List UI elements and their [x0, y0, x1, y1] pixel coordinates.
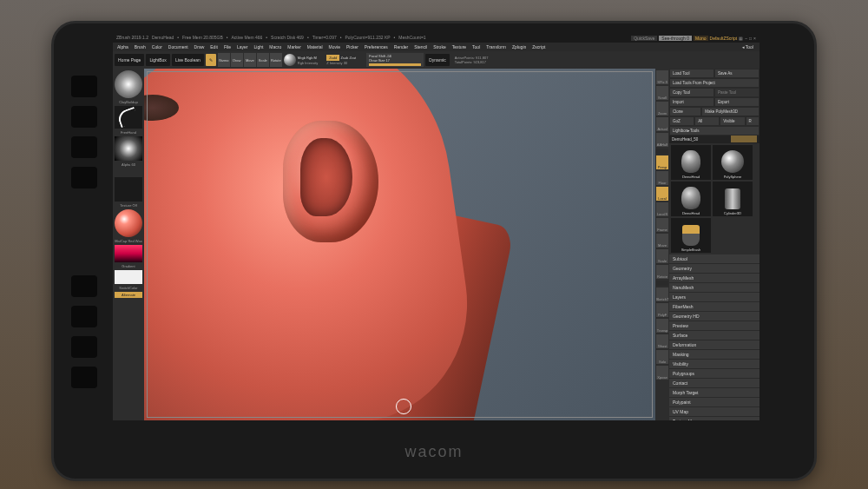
local-button[interactable]: Local [656, 187, 668, 201]
tablet-hw-button[interactable] [71, 336, 97, 358]
stroke-selector[interactable] [115, 106, 142, 129]
tool-thumb-simplebrush[interactable]: SimpleBrush [671, 218, 711, 253]
tablet-hw-button[interactable] [71, 76, 97, 97]
live-boolean-button[interactable]: Live Boolean [172, 54, 204, 66]
subpalette-uvmap[interactable]: UV Map [669, 407, 760, 417]
menu-brush[interactable]: Brush [133, 44, 148, 50]
scale-nav-button[interactable]: Scale [656, 249, 668, 263]
zcut-button[interactable]: Zcut [349, 56, 356, 60]
paste-tool-button[interactable]: Paste Tool [714, 88, 760, 97]
gizmo-icon[interactable]: Gizmo [218, 53, 230, 67]
menu-stroke[interactable]: Stroke [431, 44, 447, 50]
mrgb-sphere-icon[interactable] [284, 54, 296, 66]
alpha-selector[interactable] [115, 136, 142, 161]
subpalette-preview[interactable]: Preview [669, 321, 760, 331]
subpalette-subtool[interactable]: Subtool [669, 254, 760, 264]
locals-button[interactable]: LocalS [656, 202, 668, 216]
solo-button[interactable]: Solo [656, 350, 668, 364]
transp-button[interactable]: Transp [656, 319, 668, 333]
xpose-button[interactable]: Xpose [656, 366, 668, 380]
actual-button[interactable]: Actual [656, 117, 668, 131]
goz-all-button[interactable]: All [694, 116, 720, 126]
tablet-hw-button[interactable] [71, 367, 97, 388]
sketcht-button[interactable]: SketchT [656, 287, 668, 301]
tablet-hw-button[interactable] [71, 106, 97, 128]
subpalette-texturemap[interactable]: Texture Map [669, 417, 760, 420]
tool-thumb-cylinder[interactable]: Cylinder3D [713, 182, 753, 216]
zsub-button[interactable]: Zsub [340, 56, 348, 60]
menu-tool[interactable]: Tool [470, 44, 482, 50]
spix-button[interactable]: SPix 3 [656, 70, 668, 84]
load-tool-button[interactable]: Load Tool [669, 69, 714, 78]
goz-visible-button[interactable]: Visible [720, 116, 745, 126]
import-button[interactable]: Import [669, 97, 714, 107]
m-button[interactable]: M [314, 56, 317, 60]
menu-render[interactable]: Render [392, 44, 410, 50]
texture-selector[interactable] [115, 177, 142, 202]
menu-texture[interactable]: Texture [450, 44, 468, 50]
clone-button[interactable]: Clone [669, 107, 701, 116]
goz-button[interactable]: GoZ [669, 116, 694, 126]
rotate-mode-icon[interactable]: Rotate [270, 53, 282, 67]
subpalette-nanomesh[interactable]: NanoMesh [669, 283, 760, 293]
focal-shift-slider[interactable]: Focal Shift -56 Draw Size 17 [366, 53, 424, 67]
subpalette-morphtarget[interactable]: Morph Target [669, 388, 760, 398]
subpalette-polypaint[interactable]: Polypaint [669, 398, 760, 407]
menu-stencil[interactable]: Stencil [412, 44, 429, 50]
menu-macro[interactable]: Macro [267, 44, 283, 50]
rgb-intensity-slider[interactable]: Rgb Intensity [298, 61, 318, 65]
draw-mode-icon[interactable]: Draw [231, 53, 243, 67]
menu-zscript[interactable]: Zscript [530, 44, 547, 50]
subpalette-arraymesh[interactable]: ArrayMesh [669, 274, 760, 283]
z-intensity-slider[interactable]: Z Intensity 30 [326, 61, 356, 65]
make-polymesh-button[interactable]: Make PolyMesh3D [701, 107, 760, 116]
menu-material[interactable]: Material [306, 44, 325, 50]
subpalette-deformation[interactable]: Deformation [669, 340, 760, 350]
menu-picker[interactable]: Picker [345, 44, 360, 50]
switch-color[interactable] [115, 270, 142, 284]
tablet-hw-button[interactable] [71, 136, 97, 158]
current-tool-slider[interactable]: DemoHead_50 [669, 135, 760, 143]
menu-marker[interactable]: Marker [286, 44, 303, 50]
menu-color[interactable]: Color [150, 44, 164, 50]
goz-r-button[interactable]: R [746, 116, 760, 126]
close-icon[interactable]: × [753, 36, 756, 41]
seethrough-slider[interactable]: See-through 0 [659, 36, 692, 41]
menu-transform[interactable]: Transform [484, 44, 508, 50]
menu-zplugin[interactable]: Zplugin [510, 44, 528, 50]
tool-palette-header[interactable]: ◂ Tool [742, 44, 758, 50]
subpalette-polygroups[interactable]: Polygroups [669, 369, 760, 379]
floor-button[interactable]: Floor [656, 171, 668, 185]
load-from-project-button[interactable]: Load Tools From Project [669, 78, 760, 88]
edit-button[interactable]: ✎ [206, 54, 216, 66]
export-button[interactable]: Export [714, 97, 760, 107]
subpalette-contact[interactable]: Contact [669, 379, 760, 388]
scale-mode-icon[interactable]: Scale [257, 53, 269, 67]
menu-movie[interactable]: Movie [327, 44, 342, 50]
brush-selector[interactable] [115, 70, 142, 98]
menu-document[interactable]: Document [167, 44, 190, 50]
copy-tool-button[interactable]: Copy Tool [669, 88, 714, 97]
alternate-button[interactable]: Alternate [115, 292, 142, 298]
mono-button[interactable]: Mono [694, 36, 708, 41]
ghost-button[interactable]: Ghost [656, 334, 668, 348]
tool-thumb-demohead2[interactable]: DemoHead [671, 182, 711, 216]
quicksave-button[interactable]: QuickSave [631, 36, 657, 41]
tablet-hw-button[interactable] [71, 167, 97, 188]
mrgb-button[interactable]: Mrgb [298, 56, 306, 60]
minimize-icon[interactable]: – [745, 36, 747, 41]
subpalette-geometry[interactable]: Geometry [669, 264, 760, 274]
save-as-button[interactable]: Save As [714, 69, 760, 78]
move-mode-icon[interactable]: Move [244, 53, 256, 67]
subpalette-fibermesh[interactable]: FiberMesh [669, 302, 760, 312]
subpalette-surface[interactable]: Surface [669, 331, 760, 340]
rotate-nav-button[interactable]: Rotate [656, 265, 668, 279]
menu-light[interactable]: Light [252, 44, 265, 50]
color-picker[interactable] [115, 245, 142, 262]
tool-thumb-demohead[interactable]: DemoHead [671, 145, 711, 180]
tablet-hw-button[interactable] [71, 306, 97, 327]
tool-thumb-polysphere[interactable]: PolySphere [713, 145, 753, 180]
scroll-button[interactable]: Scroll [656, 86, 668, 100]
menu-alpha[interactable]: Alpha [115, 44, 130, 50]
menu-edit[interactable]: Edit [208, 44, 220, 50]
